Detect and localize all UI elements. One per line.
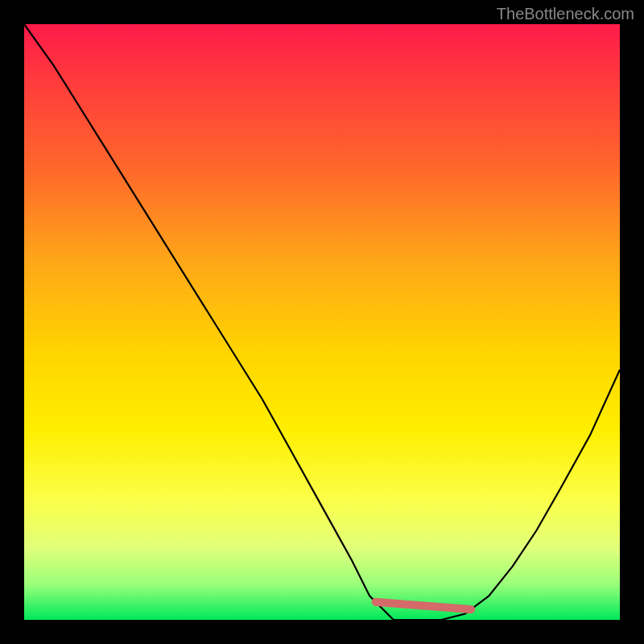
bottleneck-curve — [24, 24, 620, 620]
watermark-text: TheBottleneck.com — [497, 5, 634, 23]
chart-svg — [24, 24, 620, 620]
chart-plot-area — [24, 24, 620, 620]
flat-region-highlight — [376, 602, 471, 609]
